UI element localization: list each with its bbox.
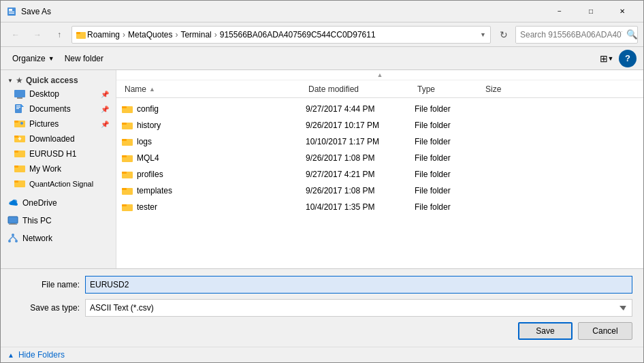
documents-icon (14, 104, 25, 114)
svg-rect-3 (9, 9, 12, 11)
column-header-date[interactable]: Date modified (306, 80, 415, 97)
table-row[interactable]: profiles 9/27/2017 4:21 PM File folder (116, 166, 643, 183)
table-row[interactable]: templates 9/26/2017 1:08 PM File folder (116, 183, 643, 199)
sidebar-item-onedrive[interactable]: OneDrive (1, 195, 116, 210)
sidebar-item-desktop[interactable]: Desktop 📌 (1, 86, 116, 101)
sidebar-label-desktop: Desktop (29, 89, 59, 99)
file-type: File folder (415, 153, 483, 163)
new-folder-button[interactable]: New folder (59, 52, 109, 65)
pictures-icon (14, 119, 25, 129)
view-dropdown-icon: ▼ (608, 55, 614, 62)
save-as-dialog: Save As − □ ✕ ← → ↑ Roaming › MetaQuo (0, 0, 644, 363)
filename-label: File name: (12, 280, 80, 289)
file-date: 10/4/2017 1:35 PM (306, 202, 415, 212)
file-name: MQL4 (137, 153, 159, 163)
svg-point-16 (20, 122, 23, 125)
file-name-cell: profiles (122, 169, 306, 180)
thispc-icon (7, 215, 18, 226)
save-button[interactable]: Save (518, 322, 573, 340)
svg-rect-43 (122, 172, 127, 174)
sidebar-item-pictures[interactable]: Pictures 📌 (1, 116, 116, 131)
view-options: ⊞ ▼ ? (597, 50, 637, 67)
hide-folders-label: Hide Folders (18, 350, 65, 360)
breadcrumb[interactable]: Roaming › MetaQuotes › Terminal › 915566… (71, 26, 491, 44)
forward-icon: → (33, 30, 42, 40)
table-row[interactable]: config 9/27/2017 4:44 PM File folder (116, 101, 643, 117)
breadcrumb-part-2: MetaQuotes (128, 30, 172, 40)
main-panel: ▲ Name ▲ Date modified Type Size (116, 70, 643, 268)
filename-input[interactable] (85, 276, 632, 294)
sidebar-label-thispc: This PC (22, 216, 52, 225)
table-row[interactable]: history 9/26/2017 10:17 PM File folder (116, 117, 643, 133)
button-row: Save Cancel (12, 322, 632, 340)
quick-access-collapse-icon: ▼ (7, 78, 13, 84)
organize-button[interactable]: Organize ▼ (7, 51, 59, 66)
folder-icon (122, 136, 133, 147)
table-row[interactable]: tester 10/4/2017 1:35 PM File folder (116, 199, 643, 215)
sidebar-item-documents[interactable]: Documents 📌 (1, 101, 116, 116)
savetype-wrapper: ASCII Text (*.csv) (85, 299, 632, 317)
breadcrumb-part-3: Terminal (180, 30, 211, 40)
column-header-type[interactable]: Type (415, 80, 483, 97)
column-header-name[interactable]: Name ▲ (122, 80, 306, 97)
organize-label: Organize (12, 54, 46, 63)
maximize-button[interactable]: □ (575, 1, 607, 22)
folder-icon (122, 202, 133, 212)
forward-button[interactable]: → (28, 25, 47, 44)
quick-access-header[interactable]: ▼ ★ Quick access (1, 73, 116, 86)
quick-access-section: ▼ ★ Quick access Desktop 📌 (1, 73, 116, 191)
breadcrumb-part-4: 915566BA06ADA407569C544CC0D97611 (220, 30, 376, 40)
sidebar-item-network[interactable]: Network (1, 231, 116, 246)
file-date: 9/26/2017 1:08 PM (306, 153, 415, 163)
sidebar-item-downloaded[interactable]: Downloaded (1, 131, 116, 146)
sidebar-item-quantaction[interactable]: QuantAction Signal (1, 176, 116, 191)
new-folder-label: New folder (65, 54, 103, 63)
svg-rect-10 (16, 107, 20, 108)
view-toggle-button[interactable]: ⊞ ▼ (597, 50, 616, 67)
search-button[interactable]: 🔍 (626, 27, 638, 43)
file-type: File folder (415, 137, 483, 146)
svg-rect-41 (122, 155, 127, 157)
close-button[interactable]: ✕ (607, 1, 638, 22)
file-name-cell: config (122, 104, 306, 114)
minimize-button[interactable]: − (544, 1, 575, 22)
cancel-button[interactable]: Cancel (578, 322, 632, 340)
title-bar-buttons: − □ ✕ (544, 1, 638, 22)
sidebar-item-mywork[interactable]: My Work (1, 161, 116, 176)
savetype-select[interactable]: ASCII Text (*.csv) (85, 299, 632, 317)
back-button[interactable]: ← (6, 25, 25, 44)
filename-row: File name: (12, 276, 632, 294)
folder-icon (122, 120, 133, 131)
svg-point-31 (15, 240, 18, 242)
file-name: profiles (137, 170, 163, 179)
svg-rect-24 (14, 180, 18, 183)
sidebar-item-eurusd[interactable]: EURUSD H1 (1, 146, 116, 161)
svg-rect-7 (17, 97, 22, 99)
cancel-button-label: Cancel (592, 326, 617, 336)
up-icon: ↑ (57, 30, 61, 40)
search-input[interactable] (516, 27, 626, 43)
title-bar-text: Save As (21, 7, 544, 16)
sidebar-item-thispc[interactable]: This PC (1, 213, 116, 228)
file-name-cell: templates (122, 185, 306, 196)
hide-folders-bar[interactable]: ▲ Hide Folders (1, 347, 643, 362)
svg-rect-6 (14, 90, 25, 97)
file-type: File folder (415, 104, 483, 114)
sidebar-label-onedrive: OneDrive (22, 198, 57, 208)
pin-icon-desktop: 📌 (101, 91, 109, 98)
help-button[interactable]: ? (619, 50, 637, 67)
table-row[interactable]: MQL4 9/26/2017 1:08 PM File folder (116, 150, 643, 166)
desktop-icon (14, 89, 25, 99)
file-name: tester (137, 202, 157, 212)
table-row[interactable]: logs 10/10/2017 1:17 PM File folder (116, 133, 643, 150)
svg-line-32 (10, 236, 13, 240)
refresh-button[interactable]: ↻ (495, 26, 513, 44)
refresh-icon: ↻ (500, 29, 508, 40)
quantaction-folder-icon (14, 178, 25, 189)
svg-rect-47 (122, 204, 127, 206)
column-header-size[interactable]: Size (483, 80, 537, 97)
up-button[interactable]: ↑ (50, 25, 69, 44)
mywork-folder-icon (14, 163, 25, 174)
sidebar-label-eurusd: EURUSD H1 (29, 149, 76, 159)
svg-rect-25 (8, 217, 18, 223)
